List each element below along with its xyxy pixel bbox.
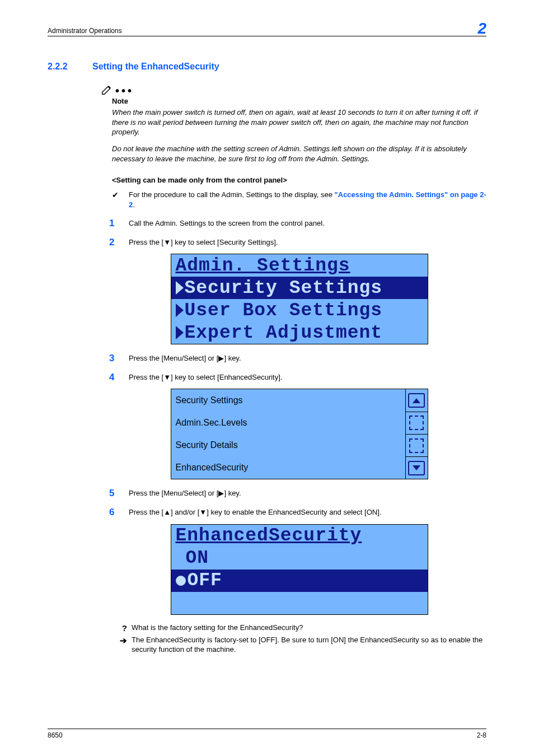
faq-question: ? What is the factory setting for the En… xyxy=(112,623,486,634)
faq-answer: ➔ The EnhancedSecurity is factory-set to… xyxy=(112,635,486,655)
step-text: Call the Admin. Settings to the screen f… xyxy=(129,218,325,228)
step-number: 4 xyxy=(109,372,129,382)
lcd-item-selected: Security Settings xyxy=(185,278,383,298)
answer-text: The EnhancedSecurity is factory-set to [… xyxy=(132,635,486,655)
step-text: Press the [Menu/Select] or [▶] key. xyxy=(129,488,241,498)
lcd-title: Security Settings xyxy=(176,395,243,405)
step-text: Press the [▼] key to select [EnhancedSec… xyxy=(129,372,282,382)
lcd-title: EnhancedSecurity xyxy=(176,525,362,546)
check-icon: ✔ xyxy=(112,190,129,200)
lcd-item: ON xyxy=(186,548,209,568)
bullet-icon xyxy=(176,576,186,586)
step-5: 5 Press the [Menu/Select] or [▶] key. xyxy=(112,488,486,498)
section-title: Setting the EnhancedSecurity xyxy=(92,62,219,72)
scroll-down-icon xyxy=(408,461,425,475)
lcd-item: Expert Adjustment xyxy=(185,323,383,343)
lcd-screen-2: Security Settings Admin.Sec.Levels Secur… xyxy=(171,389,428,479)
lcd-screen-1: Admin. Settings Security Settings User B… xyxy=(171,254,428,344)
pencil-icon xyxy=(101,83,113,96)
step-number: 2 xyxy=(109,237,129,247)
step-number: 5 xyxy=(109,488,129,498)
chapter-number: 2 xyxy=(477,22,486,35)
scroll-thumb-icon xyxy=(409,416,424,430)
page-header: Administrator Operations 2 xyxy=(48,22,486,36)
step-4: 4 Press the [▼] key to select [EnhancedS… xyxy=(112,372,486,382)
note-label: Note xyxy=(112,97,486,105)
note-paragraph-1: When the main power switch is turned off… xyxy=(112,108,486,137)
scroll-up-icon xyxy=(408,393,425,408)
lcd-item-selected: EnhancedSecurity xyxy=(176,463,249,472)
lcd-screen-3: EnhancedSecurity ON OFF xyxy=(171,524,428,615)
panel-subhead: <Setting can be made only from the contr… xyxy=(112,176,486,184)
scroll-thumb-icon xyxy=(409,438,424,453)
procedure-ref: ✔ For the procedure to call the Admin. S… xyxy=(112,190,486,209)
cursor-icon xyxy=(176,304,184,317)
lcd-item: User Box Settings xyxy=(185,300,383,321)
footer-left: 8650 xyxy=(48,731,63,739)
step-text: Press the [▼] key to select [Security Se… xyxy=(129,237,278,248)
step-text: Press the [Menu/Select] or [▶] key. xyxy=(129,353,241,363)
question-icon: ? xyxy=(112,623,132,634)
section-heading: 2.2.2 Setting the EnhancedSecurity xyxy=(48,62,486,72)
step-number: 1 xyxy=(109,218,129,228)
lcd-title: Admin. Settings xyxy=(176,255,350,276)
page-footer: 8650 2-8 xyxy=(48,729,486,739)
note-dots-icon: ••• xyxy=(115,85,134,97)
step-text: Press the [▲] and/or [▼] key to enable t… xyxy=(129,507,381,517)
lcd-item-selected: OFF xyxy=(188,570,222,591)
cursor-icon xyxy=(176,326,184,339)
step-1: 1 Call the Admin. Settings to the screen… xyxy=(112,218,486,228)
question-text: What is the factory setting for the Enha… xyxy=(132,623,303,633)
footer-right: 2-8 xyxy=(477,731,486,739)
step-3: 3 Press the [Menu/Select] or [▶] key. xyxy=(112,353,486,363)
procedure-text-b: . xyxy=(133,200,135,209)
section-number: 2.2.2 xyxy=(48,62,92,72)
step-number: 6 xyxy=(109,507,129,517)
arrow-icon: ➔ xyxy=(112,635,132,646)
lcd-item: Security Details xyxy=(176,440,238,450)
procedure-text-a: For the procedure to call the Admin. Set… xyxy=(129,190,335,199)
step-number: 3 xyxy=(109,353,129,363)
header-title: Administrator Operations xyxy=(48,27,122,35)
note-paragraph-2: Do not leave the machine with the settin… xyxy=(112,144,486,164)
lcd-item: Admin.Sec.Levels xyxy=(176,418,247,427)
note-icon-row: ••• xyxy=(101,83,486,96)
cursor-icon xyxy=(176,281,184,295)
step-6: 6 Press the [▲] and/or [▼] key to enable… xyxy=(112,507,486,517)
step-2: 2 Press the [▼] key to select [Security … xyxy=(112,237,486,248)
